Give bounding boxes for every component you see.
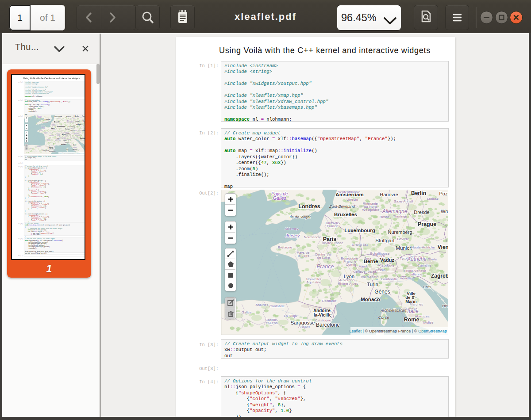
svg-text:France: France bbox=[327, 224, 338, 228]
svg-text:Zurich: Zurich bbox=[375, 254, 385, 258]
svg-text:Lubusz: Lubusz bbox=[79, 117, 82, 118]
svg-text:Comté: Comté bbox=[57, 135, 60, 136]
svg-text:Archipel toscan: Archipel toscan bbox=[380, 308, 406, 313]
svg-text:Berlin: Berlin bbox=[411, 190, 426, 196]
svg-text:Galles: Galles bbox=[273, 195, 287, 201]
svg-text:Galles: Galles bbox=[38, 117, 42, 118]
svg-text:Berlin: Berlin bbox=[75, 115, 79, 117]
svg-text:Septentrionale: Septentrionale bbox=[55, 115, 62, 116]
svg-text:Nuremberg: Nuremberg bbox=[69, 126, 75, 128]
svg-text:Munich: Munich bbox=[396, 245, 412, 251]
svg-text:Londres: Londres bbox=[45, 119, 50, 121]
svg-text:Bretagne: Bretagne bbox=[39, 130, 43, 131]
svg-text:Val d'Aoste: Val d'Aoste bbox=[61, 138, 66, 139]
svg-text:Turin: Turin bbox=[367, 282, 378, 287]
svg-text:Aragon: Aragon bbox=[298, 325, 310, 328]
svg-text:Londres: Londres bbox=[298, 203, 320, 210]
svg-text:julienne: julienne bbox=[410, 272, 423, 276]
svg-text:Lubusz: Lubusz bbox=[427, 197, 439, 201]
svg-text:Leaflet | © Openstreetmap Fran: Leaflet | © Openstreetmap France | © Ope… bbox=[349, 329, 447, 333]
svg-text:Italie: Italie bbox=[73, 147, 77, 149]
svg-text:Aragon: Aragon bbox=[45, 151, 48, 152]
svg-text:Comté: Comté bbox=[346, 263, 356, 267]
svg-text:Grisons: Grisons bbox=[382, 264, 394, 268]
svg-text:Occitanie: Occitanie bbox=[322, 299, 337, 303]
svg-text:Genève: Genève bbox=[59, 137, 63, 137]
svg-text:Zagreb: Zagreb bbox=[431, 273, 448, 279]
svg-text:de Loire: de Loire bbox=[317, 256, 330, 260]
svg-text:Bavière: Bavière bbox=[71, 128, 74, 129]
svg-text:Pozn: Pozn bbox=[82, 115, 85, 117]
svg-text:Catalogne: Catalogne bbox=[49, 149, 54, 150]
svg-text:Vienn: Vienn bbox=[438, 244, 448, 250]
svg-text:La Rioja: La Rioja bbox=[41, 149, 45, 149]
svg-text:et-León: et-León bbox=[36, 150, 39, 151]
svg-text:Stuttgart: Stuttgart bbox=[65, 128, 70, 130]
svg-text:la Loire: la Loire bbox=[298, 254, 310, 258]
svg-text:Tessin: Tessin bbox=[376, 268, 386, 272]
svg-text:Hva: Hva bbox=[83, 146, 85, 147]
svg-text:Catalogne: Catalogne bbox=[315, 318, 331, 322]
svg-text:Vaud: Vaud bbox=[61, 135, 63, 136]
svg-text:Saxe-Anhalt: Saxe-Anhalt bbox=[394, 199, 413, 203]
svg-text:Aquitaine: Aquitaine bbox=[306, 280, 321, 284]
svg-text:Italie: Italie bbox=[407, 308, 419, 314]
svg-text:Zuid-Beveland: Zuid-Beveland bbox=[329, 204, 355, 209]
svg-text:Thuringe: Thuringe bbox=[393, 214, 407, 218]
svg-text:Asturies: Asturies bbox=[33, 145, 37, 146]
svg-text:Vaud: Vaud bbox=[359, 264, 367, 268]
svg-text:Monaco: Monaco bbox=[61, 144, 66, 145]
svg-text:Carinthie: Carinthie bbox=[417, 263, 432, 267]
svg-text:Utrecht: Utrecht bbox=[58, 118, 61, 118]
svg-text:Styrie: Styrie bbox=[79, 134, 82, 134]
svg-text:Normandie: Normandie bbox=[46, 127, 51, 128]
svg-text:Styrie: Styrie bbox=[428, 257, 437, 261]
svg-text:Westphalie: Westphalie bbox=[362, 208, 380, 212]
svg-text:Saxe-Anhalt: Saxe-Anhalt bbox=[70, 118, 75, 119]
svg-text:Jura: Jura bbox=[364, 256, 371, 260]
svg-text:Molise: Molise bbox=[78, 150, 81, 151]
svg-text:France: France bbox=[52, 125, 55, 126]
svg-text:Lombardie: Lombardie bbox=[67, 139, 72, 140]
svg-text:Hesse: Hesse bbox=[66, 122, 69, 123]
svg-text:Lombardie: Lombardie bbox=[381, 277, 398, 281]
svg-text:Zurich: Zurich bbox=[65, 133, 68, 134]
svg-text:Corse: Corse bbox=[66, 149, 69, 150]
svg-text:Zagreb: Zagreb bbox=[80, 137, 85, 139]
svg-text:Carinthie: Carinthie bbox=[76, 135, 80, 136]
svg-text:Bruxelles: Bruxelles bbox=[334, 212, 357, 217]
svg-text:Cres: Cres bbox=[423, 285, 431, 289]
svg-text:Vénétie: Vénétie bbox=[400, 276, 412, 280]
svg-text:Corse: Corse bbox=[378, 315, 389, 320]
svg-text:France: France bbox=[50, 135, 54, 137]
svg-text:Genève: Genève bbox=[353, 270, 366, 274]
svg-text:Vénétie: Vénétie bbox=[72, 138, 75, 139]
svg-text:Pozn: Pozn bbox=[439, 191, 448, 196]
svg-text:Jersey: Jersey bbox=[41, 127, 45, 129]
svg-text:et-León: et-León bbox=[266, 321, 277, 325]
svg-text:Prague: Prague bbox=[77, 124, 81, 126]
svg-text:Gênes: Gênes bbox=[65, 142, 69, 144]
svg-text:Tyrol: Tyrol bbox=[400, 256, 408, 260]
svg-text:Bretagne: Bretagne bbox=[278, 245, 292, 249]
svg-text:Haute-Autriche: Haute-Autriche bbox=[411, 245, 435, 249]
svg-text:Grand Est: Grand Est bbox=[352, 243, 368, 247]
svg-text:Utrecht: Utrecht bbox=[346, 198, 358, 202]
svg-text:Luxembourg: Luxembourg bbox=[344, 228, 375, 233]
svg-text:Wro: Wro bbox=[441, 209, 448, 214]
svg-text:Stuttgart: Stuttgart bbox=[375, 238, 395, 243]
svg-text:Île de Wight: Île de Wight bbox=[42, 122, 48, 123]
svg-text:Allemagne: Allemagne bbox=[66, 120, 73, 122]
svg-text:Archipel toscan: Archipel toscan bbox=[66, 147, 73, 148]
svg-text:Galice: Galice bbox=[242, 310, 252, 314]
svg-text:Nuremberg: Nuremberg bbox=[388, 229, 412, 235]
svg-text:Turin: Turin bbox=[63, 140, 66, 141]
svg-text:Cantabrie: Cantabrie bbox=[37, 146, 41, 147]
svg-text:Westphalie: Westphalie bbox=[62, 120, 66, 121]
svg-text:Île-de-France: Île-de-France bbox=[50, 129, 57, 130]
svg-text:Prague: Prague bbox=[418, 221, 436, 227]
svg-text:Autriche: Autriche bbox=[73, 133, 79, 135]
svg-text:Hesse: Hesse bbox=[380, 215, 390, 219]
svg-text:Île de Wight: Île de Wight bbox=[289, 215, 311, 219]
svg-text:Abruzzes: Abruzzes bbox=[415, 314, 429, 318]
